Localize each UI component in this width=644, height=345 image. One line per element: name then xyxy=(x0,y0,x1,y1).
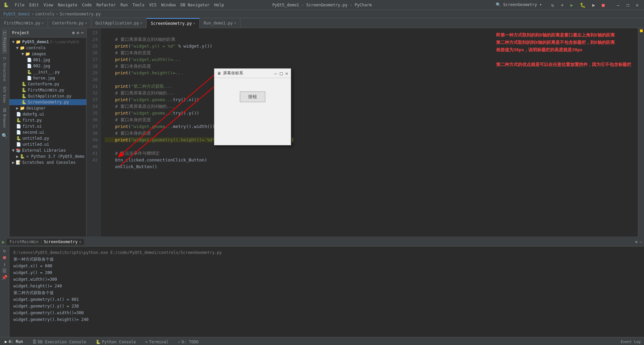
tab-quitapplication-close[interactable]: ✕ xyxy=(140,21,142,25)
menu-bar: File Edit View Navigate Code Refactor Ru… xyxy=(15,3,224,7)
python-console-label: Python Console xyxy=(102,340,136,344)
run-pin-icon[interactable]: 📌 xyxy=(2,275,7,280)
menu-view[interactable]: View xyxy=(44,3,53,7)
tree-firstmainwin[interactable]: 🐍 FirstMainWin.py xyxy=(9,87,86,93)
run-tab-sep: | xyxy=(40,239,42,244)
tab-quitapplication[interactable]: QuitApplication.py ✕ xyxy=(91,18,147,28)
tab-run[interactable]: ▶ 4: Run xyxy=(0,337,28,345)
menu-help[interactable]: Help xyxy=(214,3,224,7)
proj-settings-icon[interactable]: ⚙ xyxy=(77,30,79,35)
project-controls: ⊕ ⚙ — xyxy=(72,30,84,35)
tree-designer[interactable]: ▶📁 designer xyxy=(9,105,86,111)
tab-terminal[interactable]: > Terminal xyxy=(141,337,173,345)
run-tab-close[interactable]: ✕ xyxy=(79,239,82,244)
tree-002jpg[interactable]: 📄 002.jpg xyxy=(9,63,86,69)
tree-secondui[interactable]: 📄 second.ui xyxy=(9,129,86,135)
app-icon: 🐍 xyxy=(3,2,9,7)
floating-close-btn[interactable]: ✕ xyxy=(285,71,288,76)
coverage-btn[interactable]: ▶ xyxy=(590,2,597,8)
sidebar-project-icon[interactable]: 1: Project xyxy=(2,29,7,54)
menu-refactor[interactable]: Refactor xyxy=(96,3,116,7)
event-log-link[interactable]: Event Log xyxy=(621,340,641,344)
sidebar-find-icon[interactable]: 🔍 xyxy=(1,132,8,140)
window-controls: 🔍 ScreenGeometry ▾ ↻ + ▶ 🐛 ▶ ■ — ❐ ✕ xyxy=(494,2,641,8)
run-play-icon[interactable]: ▶ xyxy=(2,239,5,245)
run-settings-icon[interactable]: ⚙ xyxy=(635,239,638,244)
tree-quitapp[interactable]: 🐍 QuitApplication.py xyxy=(9,93,86,99)
minimize-btn[interactable]: — xyxy=(615,2,622,8)
code-editor[interactable]: 2324252627282930313233343536373839404142… xyxy=(87,28,638,236)
sidebar-scvview-icon[interactable]: SCV View xyxy=(2,84,7,105)
run-tab-screengeom[interactable]: ScreenGeometry xyxy=(44,239,77,244)
menu-code[interactable]: Code xyxy=(82,3,92,7)
tree-screengeom[interactable]: 🐍 ScreenGeometry.py xyxy=(9,99,86,105)
tree-extlibs[interactable]: ▼📚 External Libraries xyxy=(9,147,86,153)
run-list-icon[interactable]: ☰ xyxy=(2,268,7,273)
tree-root[interactable]: ▼ 📁 PyQt5_demo1 E:\code\PyQt5 xyxy=(9,39,86,45)
run-tab-firstmain[interactable]: FirstMainWin xyxy=(9,239,39,244)
menu-vcs[interactable]: VCS xyxy=(149,3,157,7)
tree-horsejpg[interactable]: 📄 horse.jpg xyxy=(9,75,86,81)
debug-btn[interactable]: 🐛 xyxy=(578,2,588,8)
tree-firstui[interactable]: 📄 first.ui xyxy=(9,123,86,129)
proj-minimize-icon[interactable]: — xyxy=(81,30,84,35)
menu-window[interactable]: Window xyxy=(161,3,176,7)
tree-init[interactable]: 🐍 __init__.py xyxy=(9,69,86,75)
tree-images[interactable]: ▼📁 images xyxy=(9,51,86,57)
output-line-2: widget.x() = 600 xyxy=(13,263,640,269)
tree-python37[interactable]: ▶🐍 < Python 3.7 (PyQt5_demo xyxy=(9,153,86,159)
tab-todo[interactable]: ✓ 6: TODO xyxy=(173,337,203,345)
qt-button[interactable]: 按钮 xyxy=(240,91,265,102)
run-down-icon[interactable]: ↓ xyxy=(3,261,6,267)
maximize-btn[interactable]: ❐ xyxy=(624,2,631,8)
run-minimize-icon[interactable]: — xyxy=(640,239,642,244)
run-restart-icon[interactable]: ↻ xyxy=(3,248,6,253)
bottom-tabs-bar: ▶ 4: Run 🗄 DB Execution Console 🐍 Python… xyxy=(0,337,644,345)
tree-debnfg[interactable]: 📄 debnfg.ui xyxy=(9,111,86,117)
tree-001jpg[interactable]: 📄 001.jpg xyxy=(9,57,86,63)
menu-edit[interactable]: Edit xyxy=(29,3,39,7)
menu-dbnavigator[interactable]: DB Navigator xyxy=(180,3,210,7)
floating-maximize-btn[interactable]: □ xyxy=(280,71,282,76)
tab-rundemo1[interactable]: Run_demo1.py ✕ xyxy=(200,18,240,28)
tab-firstmainwin[interactable]: FirstMainWin.py ✕ xyxy=(0,18,48,28)
floating-minimize-btn[interactable]: — xyxy=(274,71,277,76)
floating-window-icon: 🖥 xyxy=(217,71,221,76)
tree-centerform[interactable]: 🐍 CenterForm.py xyxy=(9,81,86,87)
breadcrumb-file[interactable]: ScreenGeometry.py xyxy=(60,12,101,16)
output-line-9: widget.geometry().width()=300 xyxy=(13,309,640,316)
menu-tools[interactable]: Tools xyxy=(132,3,145,7)
tab-db-execution[interactable]: 🗄 DB Execution Console xyxy=(28,337,91,345)
run-config-selector[interactable]: FirstMainWin | ScreenGeometry ✕ xyxy=(7,239,84,245)
stop-btn[interactable]: ■ xyxy=(600,2,606,8)
menu-file[interactable]: File xyxy=(15,3,24,7)
tab-screengeometry-close[interactable]: ✕ xyxy=(193,21,195,25)
tree-scratches[interactable]: ▶📝 Scratches and Consoles xyxy=(9,159,86,165)
proj-expand-icon[interactable]: ⊕ xyxy=(72,30,74,35)
code-content[interactable]: # 窗口离屏幕原点到X轴的距离 print("widget.y() = %d" … xyxy=(101,28,638,236)
sidebar-structure-icon[interactable]: 2: Structure xyxy=(2,55,7,83)
menu-run[interactable]: Run xyxy=(120,3,128,7)
tab-screengeometry[interactable]: ScreenGeometry.py ✕ xyxy=(147,18,200,28)
add-config-btn[interactable]: + xyxy=(559,2,566,8)
search-everywhere-btn[interactable]: 🔍 ScreenGeometry ▾ xyxy=(494,2,544,8)
bottom-content: ↻ ■ ↓ ☰ 📌 E:\venvs\PyQt5_demo1\Scripts\p… xyxy=(0,247,644,337)
tree-controls[interactable]: ▼📁 controls xyxy=(9,45,86,51)
breadcrumb-project[interactable]: PyQt5_demo1 xyxy=(3,12,30,16)
tree-firstpy[interactable]: 🐍 first.py xyxy=(9,117,86,123)
sidebar-dbbrowser-icon[interactable]: DB Browser xyxy=(2,106,7,130)
menu-navigate[interactable]: Navigate xyxy=(58,3,77,7)
tree-untitledpy[interactable]: 🐍 untitled.py xyxy=(9,135,86,141)
tab-centerform[interactable]: CenterForm.py ✕ xyxy=(48,18,91,28)
run-stop-icon[interactable]: ■ xyxy=(3,255,6,260)
tree-untitledui[interactable]: 📄 untitled.ui xyxy=(9,141,86,147)
run-btn[interactable]: ▶ xyxy=(568,2,575,8)
breadcrumb-folder[interactable]: controls xyxy=(35,12,55,16)
tab-python-console[interactable]: 🐍 Python Console xyxy=(91,337,141,345)
tab-centerform-close[interactable]: ✕ xyxy=(85,21,87,25)
tab-rundemo1-close[interactable]: ✕ xyxy=(234,21,236,25)
main-layout: 1: Project 2: Structure SCV View DB Brow… xyxy=(0,28,644,236)
close-btn[interactable]: ✕ xyxy=(634,2,641,8)
tab-firstmainwin-close[interactable]: ✕ xyxy=(42,21,44,25)
refresh-btn[interactable]: ↻ xyxy=(549,2,556,8)
